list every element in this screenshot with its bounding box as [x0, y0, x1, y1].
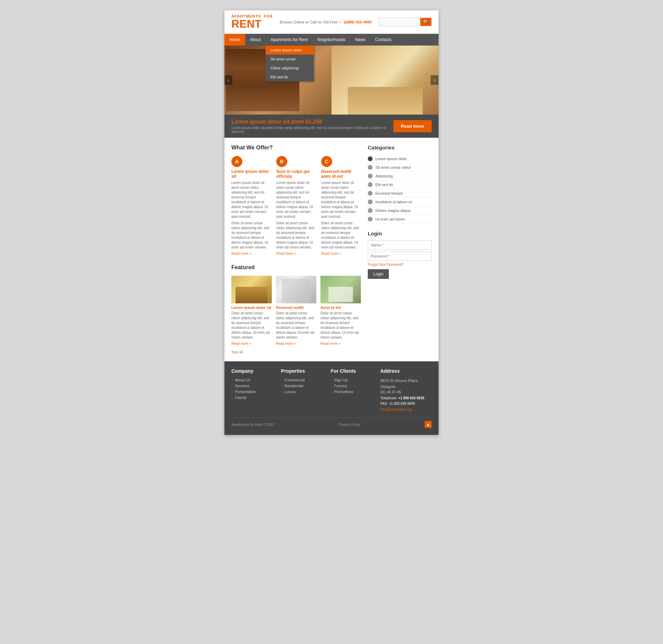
search-button[interactable]: 🔍: [420, 18, 431, 26]
footer-city: DC 45 Fr 45: [380, 389, 432, 395]
cat-dot-2: [368, 165, 373, 170]
offer-section-title: What We Offer?: [231, 145, 361, 151]
hero-price: $1.258: [305, 119, 322, 125]
nav-about[interactable]: About: [245, 34, 266, 46]
nav-news[interactable]: News: [350, 34, 370, 46]
header-contact: Browse Online or Call Us Toll Free — 1(8…: [280, 20, 372, 24]
offer-read-more-a[interactable]: Read more: [231, 252, 251, 255]
header: APARTMENTS FOR RENT Browse Online or Cal…: [224, 10, 439, 34]
featured-thumb-2: [276, 276, 316, 303]
footer-address: Address 9870 St Vincent Place, Glasgow, …: [380, 368, 432, 412]
hero-subtitle: Lorem ipsum dolor sit amet conse ctetur …: [231, 126, 393, 134]
category-item-6[interactable]: Incididunt ut labore et: [368, 198, 432, 206]
featured-thumb-3: [320, 276, 361, 303]
footer-link-forums[interactable]: Forums: [331, 384, 374, 388]
footer-link-signup[interactable]: Sign Up: [331, 378, 374, 382]
footer-address-title: Address: [380, 368, 432, 374]
cat-label-6: Incididunt ut labore et: [375, 200, 412, 204]
offer-icon-b: B: [276, 156, 287, 167]
cat-dot-7: [368, 208, 373, 213]
offer-text2-c: Dolor sit amet conse ctetur adipiscing e…: [321, 221, 361, 250]
footer-link-presentation[interactable]: Presentation: [231, 390, 274, 394]
search-input[interactable]: [379, 19, 420, 26]
offer-read-more-b[interactable]: Read more: [276, 252, 296, 255]
footer-fax: FAX: +1 800 899 9898: [380, 401, 432, 407]
category-item-5[interactable]: Eiusmod tempor: [368, 189, 432, 198]
hero-next-button[interactable]: ›: [431, 75, 439, 85]
privacy-policy-link[interactable]: Privacy Policy: [339, 423, 360, 427]
footer-link-services[interactable]: Services: [231, 384, 274, 388]
nav-home[interactable]: Home: [224, 34, 245, 46]
featured-thumb-1: [231, 276, 272, 303]
login-title: Login: [368, 231, 432, 236]
login-button[interactable]: Login: [368, 269, 389, 279]
cat-dot-4: [368, 182, 373, 187]
footer-link-residential[interactable]: Residential: [281, 384, 324, 388]
offer-text2-a: Dolor sit amet conse ctetur adipiscing e…: [231, 221, 271, 250]
footer-clients-title: For Clients: [331, 368, 374, 374]
footer-company: Company About Us Services Presentation C…: [231, 368, 274, 412]
cat-dot-8: [368, 217, 373, 222]
footer-fax-number: +1 800 899 9898: [389, 402, 415, 406]
dropdown-item-4[interactable]: Elit sed do: [266, 72, 314, 81]
footer-link-promotions[interactable]: Promotions: [331, 390, 374, 394]
category-item-3[interactable]: Adipiscing: [368, 172, 432, 180]
cat-label-8: Ut enim ad minim: [375, 217, 405, 221]
login-password-input[interactable]: [368, 252, 432, 261]
nav-neighborhoods[interactable]: Neighborhoods: [313, 34, 350, 46]
nav-contacts[interactable]: Contacts: [370, 34, 396, 46]
featured-read-more-2[interactable]: Read more: [276, 342, 296, 345]
back-to-top-button[interactable]: ▲: [425, 421, 432, 428]
category-item-7[interactable]: Dolore magna aliqua: [368, 206, 432, 215]
featured-title-2: Deserunt mollit: [276, 305, 316, 310]
offer-text2-b: Dolor sit amet conse ctetur adipiscing e…: [276, 221, 316, 250]
footer-link-about[interactable]: About Us: [231, 378, 274, 382]
hero-prev-button[interactable]: ‹: [224, 75, 232, 85]
main-content: What We Offer? A Lorem ipsum dolor sit L…: [231, 145, 361, 354]
logo-rent: RENT: [231, 18, 273, 29]
offer-text-a: Lorem ipsum dolor sit amet conse ctetur …: [231, 180, 271, 219]
category-item-2[interactable]: Sit amet conse ctetur: [368, 163, 432, 172]
nav-apartments[interactable]: Apartments for Rent Lorem ipsum dolor Si…: [266, 34, 312, 46]
featured-text-1: Dolor sit amet conse ctetur adipiscing e…: [231, 311, 272, 340]
offer-item-a: A Lorem ipsum dolor sit Lorem ipsum dolo…: [231, 156, 271, 256]
offer-title-c: Deserunt mollit anim id est: [321, 169, 361, 179]
login-name-input[interactable]: [368, 241, 432, 250]
hero-read-more-button[interactable]: Read more: [393, 120, 432, 132]
footer-properties-title: Properties: [281, 368, 324, 374]
footer-street: 9870 St Vincent Place, Glasgow,: [380, 378, 432, 389]
category-item-1[interactable]: Lorem ipsum dolor: [368, 155, 432, 163]
phone-link[interactable]: 1(888) 555-4689: [344, 20, 372, 24]
featured-text-2: Dolor sit amet conse ctetur adipiscing e…: [276, 311, 316, 340]
dropdown-item-3[interactable]: Cletur adipiscing: [266, 64, 314, 72]
offer-read-more-c[interactable]: Read more: [321, 252, 341, 255]
footer-link-clients[interactable]: Clients: [231, 396, 274, 400]
dropdown-item-2[interactable]: Sit amet conse: [266, 55, 314, 64]
featured-section-title: Featured: [231, 264, 361, 271]
category-item-4[interactable]: Elit sed do: [368, 180, 432, 189]
footer-link-luxury[interactable]: Luxury: [281, 390, 324, 394]
offer-title-b: Sunt in culpa qui officiala: [276, 169, 316, 179]
forgot-password-link[interactable]: Forgot Your Password?: [368, 263, 432, 266]
featured-title-3: Anim id est: [320, 305, 361, 310]
hero-caption-text: Lorem ipsum dolor sit amet $1.258 Lorem …: [231, 119, 393, 134]
hero-image-right: [332, 46, 439, 115]
offer-title-a: Lorem ipsum dolor sit: [231, 169, 271, 179]
footer-link-commercial[interactable]: Commercial: [281, 378, 324, 382]
search-box: 🔍: [378, 18, 432, 26]
categories-title: Categories: [368, 145, 432, 150]
offer-item-b: B Sunt in culpa qui officiala Lorem ipsu…: [276, 156, 316, 256]
footer-address-details: 9870 St Vincent Place, Glasgow, DC 45 Fr…: [380, 378, 432, 412]
cat-dot-3: [368, 174, 373, 178]
featured-read-more-1[interactable]: Read more: [231, 342, 251, 345]
featured-text-3: Dolor sit amet conse ctetur adipiscing e…: [320, 311, 361, 340]
footer-company-title: Company: [231, 368, 274, 374]
see-all-link[interactable]: See all: [231, 350, 243, 354]
offer-text-b: Lorem ipsum dolor sit amet conse ctetur …: [276, 180, 316, 219]
dropdown-item-1[interactable]: Lorem ipsum dolor: [266, 46, 314, 55]
footer-email-link[interactable]: Mail@darmlink.org: [380, 407, 412, 411]
featured-read-more-3[interactable]: Read more: [320, 342, 340, 345]
category-item-8[interactable]: Ut enim ad minim: [368, 215, 432, 224]
cat-label-5: Eiusmod tempor: [375, 191, 403, 195]
featured-grid: Lorem ipsum dolor sit Dolor sit amet con…: [231, 276, 361, 346]
